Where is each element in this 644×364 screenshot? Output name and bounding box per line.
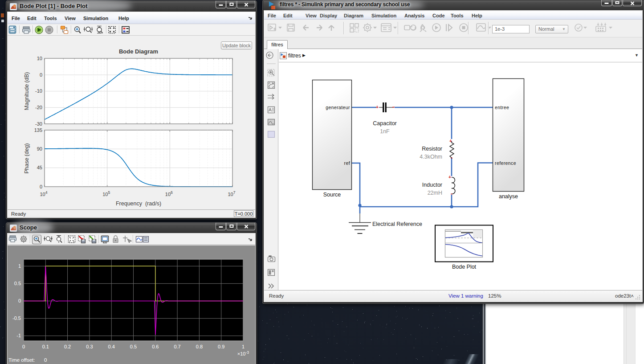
svg-text:generateur: generateur xyxy=(326,105,350,110)
svg-text:Capacitor: Capacitor xyxy=(373,120,397,127)
svg-text:Bode Diagram: Bode Diagram xyxy=(119,48,158,55)
svg-text:Source: Source xyxy=(323,192,341,198)
svg-text:1: 1 xyxy=(18,263,21,269)
svg-text:+: + xyxy=(376,104,379,110)
svg-text:Bode Plot: Bode Plot xyxy=(452,264,477,270)
svg-text:107: 107 xyxy=(228,190,236,197)
svg-text:0: 0 xyxy=(18,298,21,303)
svg-text:Time offset:: Time offset: xyxy=(8,357,35,363)
svg-text:Frequency (rad/s): Frequency (rad/s) xyxy=(116,200,161,207)
svg-text:+: + xyxy=(448,174,451,180)
svg-text:10: 10 xyxy=(37,56,42,61)
svg-text:entree: entree xyxy=(495,105,509,110)
svg-text:-0.5: -0.5 xyxy=(12,315,21,321)
svg-text:reference: reference xyxy=(495,160,516,166)
svg-text:0.5: 0.5 xyxy=(130,344,137,349)
svg-text:104: 104 xyxy=(40,190,48,197)
svg-text:0: 0 xyxy=(40,184,42,189)
svg-text:Inductor: Inductor xyxy=(422,182,442,188)
svg-text:0.4: 0.4 xyxy=(108,344,115,349)
svg-text:-20: -20 xyxy=(35,105,42,110)
svg-text:0.6: 0.6 xyxy=(152,344,159,349)
svg-text:0: 0 xyxy=(44,357,47,363)
svg-text:0: 0 xyxy=(22,344,25,349)
svg-text:0.3: 0.3 xyxy=(86,344,93,349)
svg-text:0.2: 0.2 xyxy=(64,344,71,349)
svg-text:-1: -1 xyxy=(16,333,21,338)
svg-text:90: 90 xyxy=(37,146,42,151)
svg-text:106: 106 xyxy=(165,190,173,197)
svg-text:22mH: 22mH xyxy=(428,190,442,196)
svg-text:0: 0 xyxy=(40,72,42,78)
svg-text:Magnitude (dB): Magnitude (dB) xyxy=(24,72,30,110)
svg-text:105: 105 xyxy=(102,190,110,197)
svg-text:ref: ref xyxy=(344,160,350,166)
svg-text:0.5: 0.5 xyxy=(14,281,21,286)
svg-text:1nF: 1nF xyxy=(380,128,390,135)
svg-text:Resistor: Resistor xyxy=(422,146,442,152)
svg-text:45: 45 xyxy=(37,165,42,170)
svg-text:×10-3: ×10-3 xyxy=(237,350,249,356)
svg-text:-30: -30 xyxy=(35,121,42,127)
svg-text:135: 135 xyxy=(34,127,42,133)
svg-text:1: 1 xyxy=(242,344,245,349)
svg-text:0.7: 0.7 xyxy=(174,344,180,349)
svg-text:4.3kOhm: 4.3kOhm xyxy=(420,154,442,160)
svg-text:0.8: 0.8 xyxy=(196,344,203,349)
svg-text:Phase (deg): Phase (deg) xyxy=(24,143,30,173)
svg-text:analyse: analyse xyxy=(499,193,518,200)
svg-text:0.1: 0.1 xyxy=(42,344,49,349)
svg-text:0.9: 0.9 xyxy=(218,344,224,349)
svg-text:Electrical Reference: Electrical Reference xyxy=(372,221,422,227)
svg-text:-10: -10 xyxy=(35,88,42,94)
